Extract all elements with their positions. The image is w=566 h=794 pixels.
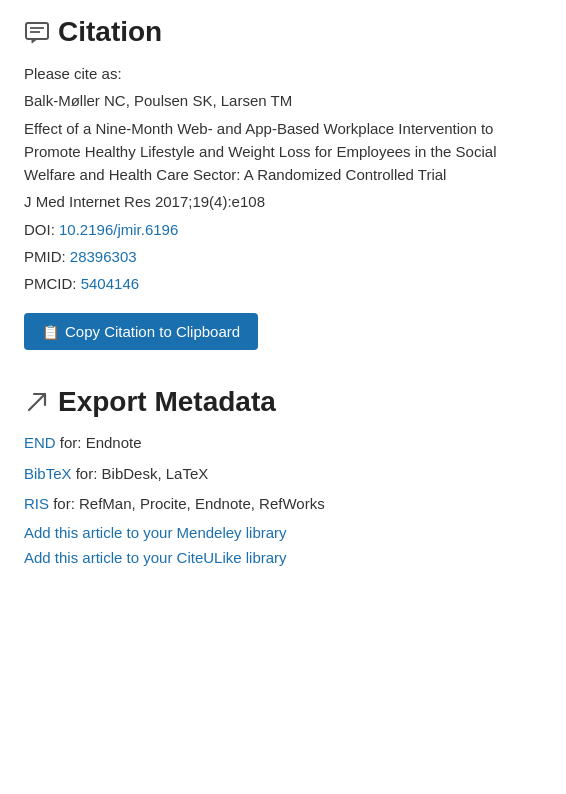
export-format-description: for: RefMan, Procite, Endnote, RefWorks: [49, 495, 325, 512]
export-format-description: for: Endnote: [56, 434, 142, 451]
citation-section: Citation Please cite as: Balk-Møller NC,…: [24, 16, 542, 358]
copy-citation-button[interactable]: 📋 Copy Citation to Clipboard: [24, 313, 258, 350]
citation-intro: Please cite as:: [24, 62, 542, 85]
export-item: END for: Endnote: [24, 432, 542, 455]
citation-doi: DOI: 10.2196/jmir.6196: [24, 218, 542, 241]
export-title-row: Export Metadata: [24, 386, 542, 418]
pmcid-link[interactable]: 5404146: [81, 275, 139, 292]
doi-label: DOI:: [24, 221, 55, 238]
export-links-list: END for: EndnoteBibTeX for: BibDesk, LaT…: [24, 432, 542, 566]
export-item: BibTeX for: BibDesk, LaTeX: [24, 463, 542, 486]
chat-icon: [24, 19, 50, 45]
doi-link[interactable]: 10.2196/jmir.6196: [59, 221, 178, 238]
clipboard-icon: 📋: [42, 324, 59, 340]
citation-title-row: Citation: [24, 16, 542, 48]
library-link[interactable]: Add this article to your CiteULike libra…: [24, 549, 542, 566]
export-heading: Export Metadata: [58, 386, 276, 418]
export-item: RIS for: RefMan, Procite, Endnote, RefWo…: [24, 493, 542, 516]
copy-citation-label: Copy Citation to Clipboard: [65, 323, 240, 340]
citation-article-title: Effect of a Nine-Month Web- and App-Base…: [24, 117, 542, 187]
library-link[interactable]: Add this article to your Mendeley librar…: [24, 524, 542, 541]
citation-pmid: PMID: 28396303: [24, 245, 542, 268]
pmid-link[interactable]: 28396303: [70, 248, 137, 265]
pmcid-label: PMCID:: [24, 275, 77, 292]
citation-journal: J Med Internet Res 2017;19(4):e108: [24, 190, 542, 213]
export-format-description: for: BibDesk, LaTeX: [72, 465, 209, 482]
citation-heading: Citation: [58, 16, 162, 48]
export-format-link[interactable]: END: [24, 434, 56, 451]
export-format-link[interactable]: RIS: [24, 495, 49, 512]
svg-rect-0: [26, 23, 48, 39]
citation-authors: Balk-Møller NC, Poulsen SK, Larsen TM: [24, 89, 542, 112]
export-section: Export Metadata END for: EndnoteBibTeX f…: [24, 386, 542, 566]
citation-pmcid: PMCID: 5404146: [24, 272, 542, 295]
citation-body: Please cite as: Balk-Møller NC, Poulsen …: [24, 62, 542, 295]
export-format-link[interactable]: BibTeX: [24, 465, 72, 482]
export-arrow-icon: [24, 389, 50, 415]
pmid-label: PMID:: [24, 248, 66, 265]
